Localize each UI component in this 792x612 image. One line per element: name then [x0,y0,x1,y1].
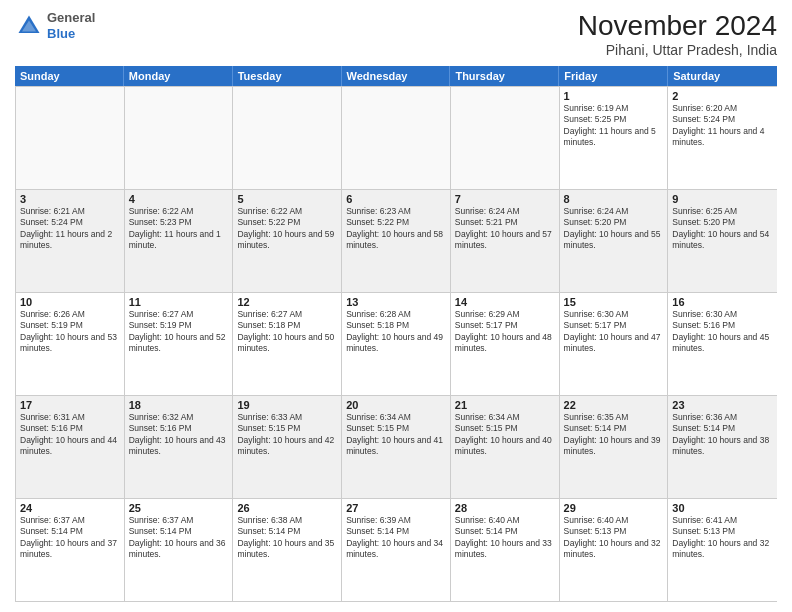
sunset-text: Sunset: 5:14 PM [237,526,337,537]
daylight-text: Daylight: 10 hours and 47 minutes. [564,332,664,355]
sunrise-text: Sunrise: 6:40 AM [455,515,555,526]
calendar-cell-w0-d3 [342,87,451,189]
sunrise-text: Sunrise: 6:22 AM [129,206,229,217]
sunset-text: Sunset: 5:20 PM [564,217,664,228]
sunrise-text: Sunrise: 6:37 AM [129,515,229,526]
day-number: 20 [346,399,446,411]
title-block: November 2024 Pihani, Uttar Pradesh, Ind… [578,10,777,58]
calendar-cell-w3-d0: 17Sunrise: 6:31 AMSunset: 5:16 PMDayligh… [16,396,125,498]
day-number: 23 [672,399,773,411]
day-number: 14 [455,296,555,308]
logo-blue: Blue [47,26,75,41]
day-number: 7 [455,193,555,205]
header-tuesday: Tuesday [233,66,342,86]
day-number: 16 [672,296,773,308]
header-wednesday: Wednesday [342,66,451,86]
calendar-row-3: 17Sunrise: 6:31 AMSunset: 5:16 PMDayligh… [16,395,777,498]
day-number: 4 [129,193,229,205]
daylight-text: Daylight: 10 hours and 54 minutes. [672,229,773,252]
calendar-cell-w4-d6: 30Sunrise: 6:41 AMSunset: 5:13 PMDayligh… [668,499,777,601]
day-number: 5 [237,193,337,205]
day-number: 2 [672,90,773,102]
sunrise-text: Sunrise: 6:22 AM [237,206,337,217]
daylight-text: Daylight: 10 hours and 57 minutes. [455,229,555,252]
sunset-text: Sunset: 5:14 PM [672,423,773,434]
day-number: 28 [455,502,555,514]
daylight-text: Daylight: 10 hours and 37 minutes. [20,538,120,561]
logo-general: General [47,10,95,25]
daylight-text: Daylight: 10 hours and 45 minutes. [672,332,773,355]
sunrise-text: Sunrise: 6:40 AM [564,515,664,526]
daylight-text: Daylight: 10 hours and 34 minutes. [346,538,446,561]
sunset-text: Sunset: 5:15 PM [455,423,555,434]
sunrise-text: Sunrise: 6:37 AM [20,515,120,526]
daylight-text: Daylight: 10 hours and 50 minutes. [237,332,337,355]
day-number: 21 [455,399,555,411]
sunrise-text: Sunrise: 6:25 AM [672,206,773,217]
day-number: 12 [237,296,337,308]
daylight-text: Daylight: 11 hours and 5 minutes. [564,126,664,149]
day-number: 13 [346,296,446,308]
header-thursday: Thursday [450,66,559,86]
sunset-text: Sunset: 5:24 PM [20,217,120,228]
sunset-text: Sunset: 5:24 PM [672,114,773,125]
day-number: 1 [564,90,664,102]
day-number: 18 [129,399,229,411]
daylight-text: Daylight: 10 hours and 41 minutes. [346,435,446,458]
sunset-text: Sunset: 5:16 PM [129,423,229,434]
sunrise-text: Sunrise: 6:30 AM [564,309,664,320]
calendar-cell-w4-d5: 29Sunrise: 6:40 AMSunset: 5:13 PMDayligh… [560,499,669,601]
day-number: 10 [20,296,120,308]
calendar-cell-w3-d4: 21Sunrise: 6:34 AMSunset: 5:15 PMDayligh… [451,396,560,498]
page-subtitle: Pihani, Uttar Pradesh, India [578,42,777,58]
sunset-text: Sunset: 5:14 PM [346,526,446,537]
sunset-text: Sunset: 5:13 PM [564,526,664,537]
day-number: 30 [672,502,773,514]
sunrise-text: Sunrise: 6:31 AM [20,412,120,423]
daylight-text: Daylight: 10 hours and 36 minutes. [129,538,229,561]
sunrise-text: Sunrise: 6:27 AM [237,309,337,320]
sunset-text: Sunset: 5:18 PM [346,320,446,331]
calendar-cell-w4-d0: 24Sunrise: 6:37 AMSunset: 5:14 PMDayligh… [16,499,125,601]
calendar-cell-w3-d3: 20Sunrise: 6:34 AMSunset: 5:15 PMDayligh… [342,396,451,498]
logo-icon [15,12,43,40]
sunset-text: Sunset: 5:25 PM [564,114,664,125]
sunset-text: Sunset: 5:13 PM [672,526,773,537]
daylight-text: Daylight: 10 hours and 39 minutes. [564,435,664,458]
day-number: 6 [346,193,446,205]
sunrise-text: Sunrise: 6:33 AM [237,412,337,423]
daylight-text: Daylight: 10 hours and 32 minutes. [564,538,664,561]
sunset-text: Sunset: 5:15 PM [346,423,446,434]
daylight-text: Daylight: 11 hours and 4 minutes. [672,126,773,149]
sunset-text: Sunset: 5:22 PM [237,217,337,228]
day-number: 8 [564,193,664,205]
day-number: 29 [564,502,664,514]
sunrise-text: Sunrise: 6:24 AM [455,206,555,217]
daylight-text: Daylight: 10 hours and 48 minutes. [455,332,555,355]
sunset-text: Sunset: 5:16 PM [20,423,120,434]
calendar-cell-w0-d2 [233,87,342,189]
calendar-cell-w1-d1: 4Sunrise: 6:22 AMSunset: 5:23 PMDaylight… [125,190,234,292]
sunset-text: Sunset: 5:17 PM [564,320,664,331]
sunrise-text: Sunrise: 6:19 AM [564,103,664,114]
calendar-header: Sunday Monday Tuesday Wednesday Thursday… [15,66,777,86]
calendar-cell-w2-d3: 13Sunrise: 6:28 AMSunset: 5:18 PMDayligh… [342,293,451,395]
header-monday: Monday [124,66,233,86]
day-number: 9 [672,193,773,205]
sunrise-text: Sunrise: 6:34 AM [455,412,555,423]
calendar-row-1: 3Sunrise: 6:21 AMSunset: 5:24 PMDaylight… [16,189,777,292]
calendar-cell-w2-d2: 12Sunrise: 6:27 AMSunset: 5:18 PMDayligh… [233,293,342,395]
calendar-cell-w2-d4: 14Sunrise: 6:29 AMSunset: 5:17 PMDayligh… [451,293,560,395]
sunrise-text: Sunrise: 6:27 AM [129,309,229,320]
sunrise-text: Sunrise: 6:28 AM [346,309,446,320]
sunset-text: Sunset: 5:19 PM [20,320,120,331]
daylight-text: Daylight: 10 hours and 44 minutes. [20,435,120,458]
sunrise-text: Sunrise: 6:20 AM [672,103,773,114]
daylight-text: Daylight: 10 hours and 42 minutes. [237,435,337,458]
page-title: November 2024 [578,10,777,42]
daylight-text: Daylight: 10 hours and 52 minutes. [129,332,229,355]
sunrise-text: Sunrise: 6:38 AM [237,515,337,526]
calendar-cell-w4-d3: 27Sunrise: 6:39 AMSunset: 5:14 PMDayligh… [342,499,451,601]
calendar-cell-w1-d2: 5Sunrise: 6:22 AMSunset: 5:22 PMDaylight… [233,190,342,292]
calendar-cell-w4-d2: 26Sunrise: 6:38 AMSunset: 5:14 PMDayligh… [233,499,342,601]
